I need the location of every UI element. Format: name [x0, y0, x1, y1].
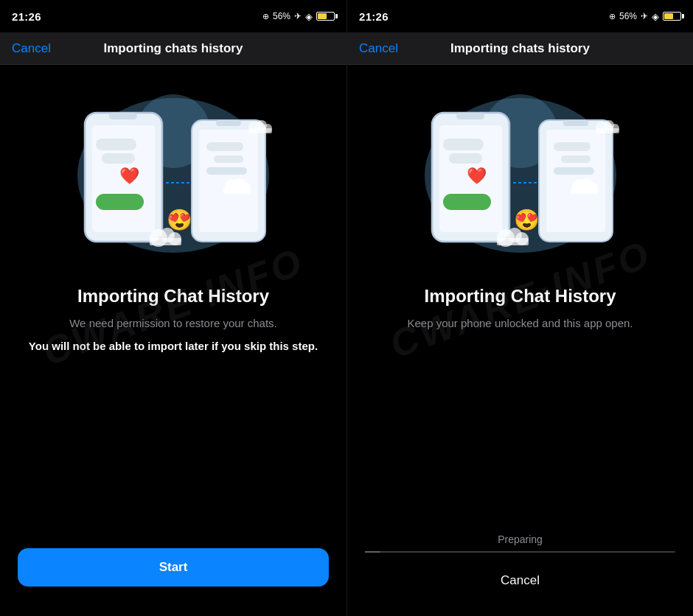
location-icon-left: ⊕ — [262, 12, 269, 21]
nav-bar-left: Cancel Importing chats history — [0, 32, 346, 65]
text-section-right: Importing Chat History Keep your phone u… — [365, 286, 675, 338]
nav-title-right: Importing chats history — [450, 41, 590, 56]
status-time-right: 21:26 — [359, 10, 389, 23]
illustration-left: ❤️ 😍 — [18, 72, 329, 279]
nav-title-left: Importing chats history — [104, 41, 243, 56]
svg-rect-49 — [443, 139, 484, 150]
svg-rect-56 — [497, 238, 529, 245]
warning-text-left: You will not be able to import later if … — [25, 338, 321, 355]
svg-rect-16 — [109, 113, 137, 119]
battery-fill-right — [664, 13, 673, 19]
preparing-label: Preparing — [365, 533, 675, 545]
main-title-right: Importing Chat History — [372, 286, 668, 307]
svg-rect-37 — [563, 120, 588, 126]
progress-bar-container — [365, 551, 675, 553]
svg-rect-18 — [96, 139, 136, 150]
left-phone-screen: 21:26 ⊕ 56% ✈ ◈ Cancel Importing chats h… — [0, 0, 346, 616]
airplane-icon-left: ✈ — [294, 11, 302, 21]
svg-rect-48 — [443, 194, 491, 210]
svg-rect-13 — [223, 188, 251, 194]
cancel-button-nav-right[interactable]: Cancel — [359, 41, 398, 56]
battery-icon-left — [316, 12, 335, 21]
progress-section: Preparing Cancel — [347, 533, 693, 594]
svg-rect-30 — [248, 128, 272, 133]
cancel-button-left[interactable]: Cancel — [12, 41, 51, 56]
svg-rect-44 — [571, 188, 598, 194]
svg-rect-7 — [206, 142, 243, 151]
main-content-left: ❤️ 😍 Importing Chat History We need — [0, 65, 346, 548]
location-icon-right: ⊕ — [609, 12, 616, 21]
svg-rect-6 — [216, 120, 241, 126]
wifi-icon-right: ◈ — [652, 11, 659, 22]
subtitle-right: Keep your phone unlocked and this app op… — [372, 315, 668, 332]
status-bar-left: 21:26 ⊕ 56% ✈ ◈ — [0, 0, 346, 32]
svg-rect-47 — [456, 113, 484, 119]
illustration-svg-right: ❤️ 😍 — [403, 80, 638, 271]
svg-rect-25 — [150, 238, 181, 245]
svg-rect-38 — [554, 142, 591, 151]
progress-bar-fill — [365, 551, 380, 553]
svg-rect-39 — [561, 155, 591, 163]
svg-rect-17 — [96, 194, 144, 210]
svg-rect-8 — [214, 155, 243, 163]
svg-rect-50 — [449, 153, 482, 164]
wifi-icon-left: ◈ — [305, 11, 313, 22]
airplane-icon-right: ✈ — [641, 11, 648, 21]
battery-fill-left — [318, 13, 327, 19]
status-icons-right: ⊕ 56% ✈ ◈ — [609, 11, 681, 22]
svg-rect-40 — [554, 167, 594, 175]
subtitle-left: We need permission to restore your chats… — [25, 315, 321, 332]
svg-rect-9 — [206, 167, 247, 175]
battery-percent-left: 56% — [273, 11, 290, 21]
svg-text:❤️: ❤️ — [466, 166, 487, 186]
bottom-area-left: Start — [0, 548, 346, 616]
right-phone-screen: 21:26 ⊕ 56% ✈ ◈ Cancel Importing chats h… — [346, 0, 693, 616]
svg-rect-61 — [596, 128, 619, 133]
illustration-right: ❤️ 😍 — [365, 72, 675, 279]
cancel-import-button[interactable]: Cancel — [365, 567, 675, 594]
main-title-left: Importing Chat History — [25, 286, 321, 307]
status-time-left: 21:26 — [12, 10, 41, 23]
battery-percent-right: 56% — [619, 11, 637, 21]
text-section-left: Importing Chat History We need permissio… — [18, 286, 329, 354]
start-button[interactable]: Start — [18, 548, 329, 587]
nav-bar-right: Cancel Importing chats history — [347, 32, 693, 65]
svg-rect-19 — [102, 153, 135, 164]
main-content-right: ❤️ 😍 Importing Chat History Keep your ph… — [347, 65, 693, 533]
illustration-svg-left: ❤️ 😍 — [55, 80, 291, 271]
status-bar-right: 21:26 ⊕ 56% ✈ ◈ — [347, 0, 693, 32]
battery-icon-right — [663, 12, 681, 21]
status-icons-left: ⊕ 56% ✈ ◈ — [262, 11, 335, 22]
svg-text:❤️: ❤️ — [119, 166, 140, 186]
